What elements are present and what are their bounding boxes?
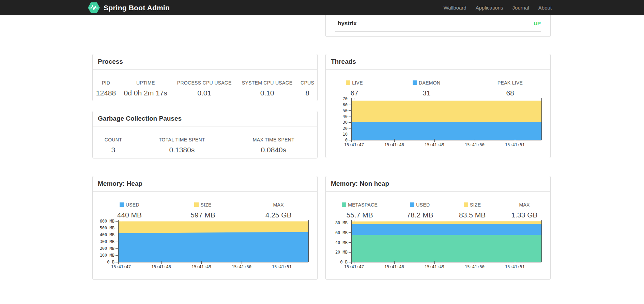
threads-panel: Threads LIVEDAEMONPEAK LIVE673168 010203… xyxy=(325,54,551,158)
stat-label: SYSTEM CPU USAGE xyxy=(237,80,297,89)
svg-text:15:41:49: 15:41:49 xyxy=(425,264,444,269)
stat-label: PROCESS CPU USAGE xyxy=(172,80,237,89)
stat-label: DAEMON xyxy=(383,80,470,89)
legend-swatch-icon xyxy=(120,202,124,207)
page: Spring Boot Admin WallboardApplicationsJ… xyxy=(0,0,644,304)
stats-table: PIDUPTIMEPROCESS CPU USAGESYSTEM CPU USA… xyxy=(93,80,317,97)
stat-label: USED xyxy=(93,202,166,211)
threads-panel-heading: Threads xyxy=(326,54,550,70)
svg-text:60: 60 xyxy=(343,103,348,107)
stat-value: 0d 0h 2m 17s xyxy=(119,89,172,97)
process-panel: Process PIDUPTIMEPROCESS CPU USAGESYSTEM… xyxy=(92,54,318,101)
stat-value: 597 MB xyxy=(166,211,240,219)
stat-value: 3 xyxy=(93,146,134,154)
health-rows: hystrixUP xyxy=(326,15,550,32)
svg-text:600 MB: 600 MB xyxy=(100,219,114,224)
stat-value: 31 xyxy=(383,89,470,97)
threads-chart-box: 01020304050607015:41:4715:41:4815:41:491… xyxy=(326,97,551,155)
svg-text:20 MB: 20 MB xyxy=(335,250,348,255)
stat-value: 68 xyxy=(470,89,550,97)
pulse-logo-icon xyxy=(87,1,101,14)
legend-swatch-icon xyxy=(413,80,417,85)
stat-value: 0.1380s xyxy=(134,146,230,154)
brand-link[interactable]: Spring Boot Admin xyxy=(87,0,170,15)
stat-value: 67 xyxy=(326,89,383,97)
divider xyxy=(335,31,541,32)
svg-text:15:41:51: 15:41:51 xyxy=(505,264,525,269)
svg-text:0: 0 xyxy=(345,138,348,142)
nonheap-chart: 0 B20 MB40 MB60 MB80 MB15:41:4715:41:481… xyxy=(326,219,551,277)
svg-text:30: 30 xyxy=(343,120,348,125)
nav-item-about[interactable]: About xyxy=(538,0,552,15)
gc-panel: Garbage Collection Pauses COUNTTOTAL TIM… xyxy=(92,111,318,158)
nonheap-panel: Memory: Non heap METASPACEUSEDSIZEMAX55.… xyxy=(325,176,551,280)
nonheap-chart-box: 0 B20 MB40 MB60 MB80 MB15:41:4715:41:481… xyxy=(326,219,551,277)
nav-list: WallboardApplicationsJournalAbout xyxy=(444,0,552,15)
nav-item-journal[interactable]: Journal xyxy=(512,0,529,15)
stats-table: COUNTTOTAL TIME SPENTMAX TIME SPENT30.13… xyxy=(93,137,317,154)
panel-title: Garbage Collection Pauses xyxy=(98,115,182,122)
legend-swatch-icon xyxy=(464,202,468,207)
threads-chart: 01020304050607015:41:4715:41:4815:41:491… xyxy=(326,97,551,155)
svg-text:40: 40 xyxy=(343,114,348,119)
stat-value: 55.7 MB xyxy=(326,211,394,219)
gc-panel-heading: Garbage Collection Pauses xyxy=(93,111,317,126)
stat-label: COUNT xyxy=(93,137,134,146)
stat-label: SIZE xyxy=(166,202,240,211)
svg-text:15:41:50: 15:41:50 xyxy=(465,264,485,269)
svg-text:20: 20 xyxy=(343,126,348,131)
stat-value: 4.25 GB xyxy=(240,211,317,219)
svg-text:50: 50 xyxy=(343,108,348,113)
stat-value: 440 MB xyxy=(93,211,166,219)
stat-value: 12488 xyxy=(93,89,119,97)
stat-value: 0.10 xyxy=(237,89,297,97)
svg-text:100 MB: 100 MB xyxy=(100,253,114,258)
stat-value: 0.01 xyxy=(172,89,237,97)
svg-text:10: 10 xyxy=(343,132,348,137)
nav-item-applications[interactable]: Applications xyxy=(476,0,503,15)
svg-text:60 MB: 60 MB xyxy=(335,230,348,235)
stat-value: 1.33 GB xyxy=(499,211,550,219)
stat-label: PID xyxy=(93,80,119,89)
legend-swatch-icon xyxy=(346,80,350,85)
process-panel-heading: Process xyxy=(93,54,317,70)
process-panel-body: PIDUPTIMEPROCESS CPU USAGESYSTEM CPU USA… xyxy=(93,70,317,97)
svg-text:15:41:47: 15:41:47 xyxy=(111,264,131,269)
gc-panel-body: COUNTTOTAL TIME SPENTMAX TIME SPENT30.13… xyxy=(93,126,317,154)
nav-item-wallboard[interactable]: Wallboard xyxy=(444,0,466,15)
stat-label: TOTAL TIME SPENT xyxy=(134,137,230,146)
heap-panel-body: USEDSIZEMAX440 MB597 MB4.25 GB xyxy=(93,192,317,219)
stats-table: USEDSIZEMAX440 MB597 MB4.25 GB xyxy=(93,202,317,219)
svg-text:200 MB: 200 MB xyxy=(100,246,114,251)
panel-title: Memory: Heap xyxy=(98,180,142,187)
svg-text:300 MB: 300 MB xyxy=(100,239,114,244)
svg-text:70: 70 xyxy=(343,97,348,101)
stat-value: 83.5 MB xyxy=(446,211,499,219)
svg-text:40 MB: 40 MB xyxy=(335,240,348,245)
stat-label: USED xyxy=(394,202,446,211)
legend-swatch-icon xyxy=(194,202,199,207)
stat-label: PEAK LIVE xyxy=(470,80,550,89)
heap-panel-heading: Memory: Heap xyxy=(93,176,317,192)
stat-label: MAX xyxy=(240,202,317,211)
navbar: Spring Boot Admin WallboardApplicationsJ… xyxy=(0,0,644,15)
svg-text:15:41:51: 15:41:51 xyxy=(505,142,525,147)
heap-panel: Memory: Heap USEDSIZEMAX440 MB597 MB4.25… xyxy=(92,176,318,280)
panel-title: Memory: Non heap xyxy=(331,180,389,187)
stat-value: 8 xyxy=(297,89,317,97)
svg-text:15:41:51: 15:41:51 xyxy=(272,264,292,269)
stat-label: METASPACE xyxy=(326,202,394,211)
status-badge: UP xyxy=(534,20,541,26)
heap-chart-box: 0 B100 MB200 MB300 MB400 MB500 MB600 MB1… xyxy=(93,219,318,277)
svg-text:0 B: 0 B xyxy=(340,260,348,264)
stat-label: UPTIME xyxy=(119,80,172,89)
panel-title: Threads xyxy=(331,58,356,65)
svg-text:15:41:49: 15:41:49 xyxy=(191,264,211,269)
svg-text:15:41:47: 15:41:47 xyxy=(344,264,364,269)
svg-text:80 MB: 80 MB xyxy=(335,221,348,225)
panel-title: Process xyxy=(98,58,123,65)
stat-label: SIZE xyxy=(446,202,499,211)
svg-text:15:41:50: 15:41:50 xyxy=(232,264,251,269)
health-panel: hystrixUP xyxy=(325,15,551,37)
svg-text:15:41:50: 15:41:50 xyxy=(465,142,485,147)
